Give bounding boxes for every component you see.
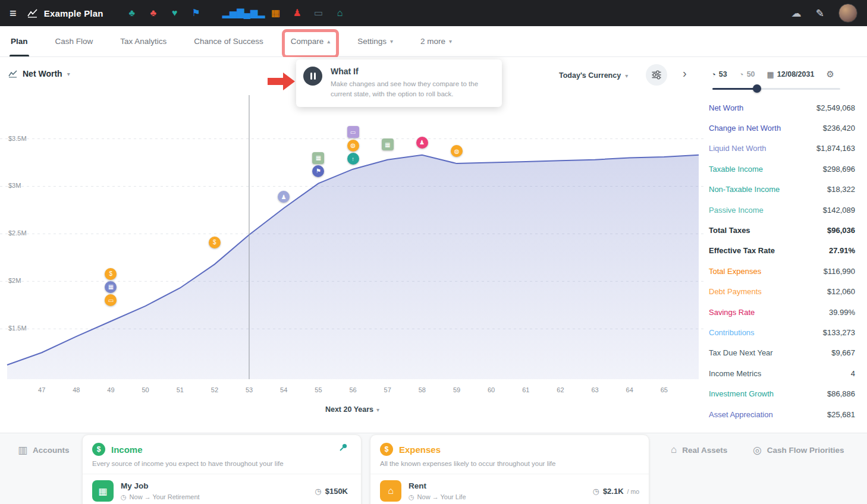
stat-row-debt-payments[interactable]: Debt Payments$12,060 — [709, 282, 855, 302]
building-icon[interactable]: ⌂ — [329, 0, 351, 26]
y-tick-label: $2M — [8, 277, 21, 284]
date-value: 12/08/2031 — [777, 70, 815, 78]
cash-flow-priorities-section-button[interactable]: ◎ Cash Flow Priorities — [753, 444, 844, 456]
time-range-selector[interactable]: Next 20 Years▾ — [0, 405, 705, 414]
expand-controls-chevron[interactable]: › — [683, 67, 687, 80]
slider-fill — [712, 88, 757, 90]
person-milestone-icon[interactable]: ♟ — [416, 137, 428, 149]
retirement-age-chip[interactable]: ◔ 53 — [711, 70, 727, 79]
stat-row-contributions[interactable]: Contributions$133,273 — [709, 322, 855, 342]
pin-icon[interactable] — [338, 443, 348, 455]
monitor-milestone-icon[interactable]: ▭ — [347, 126, 359, 138]
home-milestone-icon[interactable]: ▦ — [312, 152, 324, 164]
travel-milestone-icon[interactable]: ◍ — [451, 145, 463, 157]
flag-milestone-icon[interactable]: ⚑ — [312, 165, 324, 177]
stat-value: $18,322 — [827, 185, 855, 194]
stat-row-total-expenses[interactable]: Total Expenses$116,990 — [709, 261, 855, 281]
person-milestone-icon[interactable]: ♟ — [287, 0, 308, 26]
x-tick-label: 55 — [315, 386, 322, 393]
bar-chart-icon[interactable]: ▂▅▇ — [222, 0, 244, 26]
real-assets-section-button[interactable]: ⌂ Real Assets — [671, 444, 727, 456]
calendar-icon: ▦ — [767, 70, 774, 79]
flag-icon[interactable]: ⚑ — [186, 0, 207, 26]
tab-tax-analytics[interactable]: Tax Analytics — [119, 26, 168, 56]
stat-row-savings-rate[interactable]: Savings Rate39.99% — [709, 302, 855, 322]
tab-settings[interactable]: Settings▾ — [356, 26, 394, 56]
tab-chance-of-success[interactable]: Chance of Success — [193, 26, 264, 56]
stat-label: Savings Rate — [709, 308, 755, 317]
plan-dashboard: Net Worth ▾ Today's Currency ▾ › ◔ 53 — [0, 57, 867, 433]
y-tick-label: $2.5M — [8, 229, 27, 237]
property-milestone-icon[interactable]: ▦ — [105, 281, 117, 293]
expenses-card: $ Expenses All the known expenses likely… — [370, 434, 649, 504]
hamburger-menu-icon[interactable]: ≡ — [10, 7, 17, 19]
savings-milestone-icon[interactable]: $ — [209, 237, 221, 248]
stat-row-change-in-net-worth[interactable]: Change in Net Worth$236,420 — [709, 118, 855, 138]
income-card-header: $ Income — [83, 435, 361, 456]
savings-milestone-icon[interactable]: $ — [105, 268, 117, 280]
growth-milestone-icon[interactable]: ↑ — [347, 153, 359, 165]
income-dollar-icon: $ — [92, 443, 105, 456]
vehicle-milestone-icon[interactable]: ▭ — [105, 294, 117, 306]
cash-flow-priorities-label: Cash Flow Priorities — [767, 446, 844, 455]
stat-row-taxable-income[interactable]: Taxable Income$298,696 — [709, 159, 855, 179]
theme-brush-icon[interactable]: ✎ — [816, 7, 824, 20]
x-tick-label: 53 — [246, 386, 253, 393]
stat-row-net-worth[interactable]: Net Worth$2,549,068 — [709, 97, 855, 118]
stats-panel: Net Worth$2,549,068Change in Net Worth$2… — [709, 97, 855, 424]
tax-calculator-icon[interactable]: ▦ — [265, 0, 287, 26]
tab-label: Compare — [291, 37, 324, 46]
palm-tree-red-icon[interactable]: ♣ — [143, 0, 164, 26]
settings-gear-icon[interactable]: ⚙ — [826, 69, 834, 80]
stat-row-asset-appreciation[interactable]: Asset Appreciation$25,681 — [709, 404, 855, 424]
income-item-my-job[interactable]: ▦ My Job ◷ Now → Your Retirement ◷ $150K — [83, 474, 361, 504]
slider-knob[interactable] — [753, 84, 761, 93]
expense-item-timeline: ◷ Now → Your Life — [409, 493, 586, 501]
topbar-right: ☁✎ — [791, 4, 857, 23]
monitor-icon[interactable]: ▭ — [308, 0, 329, 26]
x-tick-label: 60 — [488, 386, 495, 393]
user-avatar[interactable] — [838, 4, 857, 23]
home-milestone-icon[interactable]: ▦ — [382, 138, 394, 150]
stat-row-liquid-net-worth[interactable]: Liquid Net Worth$1,874,163 — [709, 138, 855, 159]
stat-row-passive-income[interactable]: Passive Income$142,089 — [709, 200, 855, 220]
tab-cash-flow[interactable]: Cash Flow — [54, 26, 95, 56]
topbar-right-icons: ☁✎ — [791, 7, 824, 20]
expense-item-amount: ◷ $2.1K / mo — [593, 487, 639, 496]
stat-value: $1,874,163 — [816, 144, 855, 153]
area-chart-icon[interactable]: ▄▆▂ — [244, 0, 265, 26]
stat-row-tax-due-next-year[interactable]: Tax Due Next Year$9,667 — [709, 343, 855, 363]
stat-value: $236,420 — [823, 124, 855, 133]
tab-compare[interactable]: Compare▴ — [290, 26, 332, 56]
stat-row-non-taxable-income[interactable]: Non-Taxable Income$18,322 — [709, 179, 855, 200]
timeline-slider[interactable] — [712, 84, 840, 93]
stat-value: $96,036 — [827, 226, 855, 235]
palm-tree-green-icon[interactable]: ♣ — [121, 0, 143, 26]
date-chip[interactable]: ▦ 12/08/2031 — [767, 70, 815, 79]
what-if-menu-item[interactable]: What If Make changes and see how they co… — [296, 59, 502, 107]
cloud-sync-icon[interactable]: ☁ — [791, 7, 802, 20]
x-tick-label: 58 — [419, 386, 426, 393]
partner-age-chip[interactable]: ◔ 50 — [739, 70, 755, 79]
tab-label: Chance of Success — [194, 37, 263, 46]
stat-label: Income Metrics — [709, 369, 761, 378]
chevron-up-icon: ▴ — [327, 38, 330, 45]
stat-row-effective-tax-rate[interactable]: Effective Tax Rate27.91% — [709, 241, 855, 261]
tab-2-more[interactable]: 2 more▾ — [419, 26, 453, 56]
accounts-section-button[interactable]: ▥ Accounts — [18, 444, 70, 456]
tab-plan[interactable]: Plan — [10, 26, 29, 56]
expenses-dollar-icon: $ — [380, 443, 393, 456]
metric-selector[interactable]: Net Worth ▾ — [8, 69, 70, 78]
travel-milestone-icon[interactable]: ◍ — [347, 140, 359, 152]
cycle-icon: ◎ — [753, 444, 762, 456]
currency-selector[interactable]: Today's Currency ▾ — [559, 71, 628, 80]
stat-row-total-taxes[interactable]: Total Taxes$96,036 — [709, 220, 855, 240]
tab-label: Settings — [357, 37, 387, 46]
chart-filters-button[interactable] — [646, 64, 667, 86]
x-tick-label: 59 — [453, 386, 460, 393]
expense-item-rent[interactable]: ⌂ Rent ◷ Now → Your Life ◷ $2.1K / mo — [370, 474, 649, 504]
stat-row-investment-growth[interactable]: Investment Growth$86,886 — [709, 383, 855, 404]
person-milestone-icon[interactable]: ♟ — [278, 191, 290, 203]
stat-row-income-metrics[interactable]: Income Metrics4 — [709, 363, 855, 383]
hearts-icon[interactable]: ♥ — [164, 0, 186, 26]
